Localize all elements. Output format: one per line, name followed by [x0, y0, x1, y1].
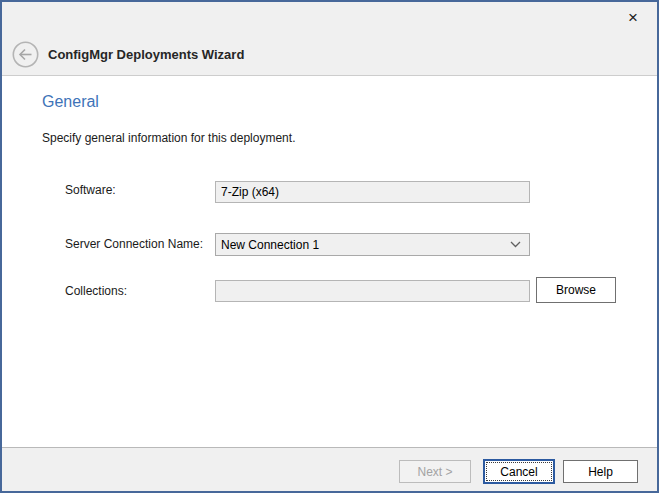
software-field[interactable] [215, 181, 530, 203]
server-connection-dropdown[interactable]: New Connection 1 [215, 233, 530, 256]
chevron-down-icon [510, 241, 524, 248]
collections-label: Collections: [65, 284, 127, 298]
wizard-header-row: ConfigMgr Deployments Wizard [12, 40, 244, 68]
page-description: Specify general information for this dep… [42, 131, 295, 145]
wizard-title: ConfigMgr Deployments Wizard [48, 47, 244, 62]
close-button[interactable]: × [619, 6, 647, 30]
software-label: Software: [65, 183, 116, 197]
help-button[interactable]: Help [563, 460, 638, 483]
server-connection-selected-value: New Connection 1 [221, 238, 319, 252]
server-connection-label: Server Connection Name: [65, 237, 203, 251]
footer-bar: Next > Cancel Help [2, 447, 657, 491]
collections-field[interactable] [215, 280, 530, 302]
back-button[interactable] [12, 41, 39, 68]
back-arrow-icon [12, 41, 39, 68]
browse-button[interactable]: Browse [536, 277, 616, 303]
wizard-header: × ConfigMgr Deployments Wizard [2, 2, 657, 76]
next-button[interactable]: Next > [399, 460, 471, 483]
page-title: General [42, 93, 99, 111]
cancel-button[interactable]: Cancel [483, 459, 555, 484]
page-content: General Specify general information for … [2, 77, 657, 447]
wizard-window: × ConfigMgr Deployments Wizard General S… [0, 0, 659, 493]
